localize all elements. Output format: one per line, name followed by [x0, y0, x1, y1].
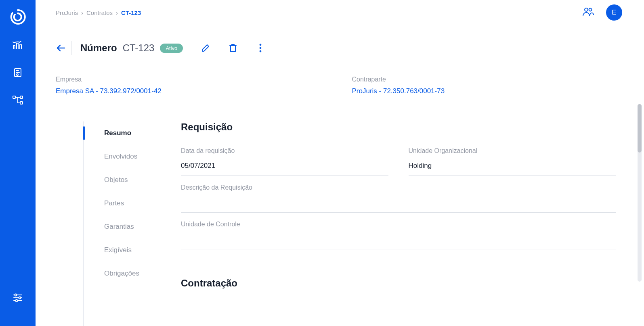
- page-title-value: CT-123: [123, 42, 155, 54]
- breadcrumb-contracts[interactable]: Contratos: [86, 9, 113, 16]
- svg-point-11: [260, 47, 262, 49]
- tab-exigiveis[interactable]: Exigíveis: [36, 238, 181, 262]
- svg-rect-2: [13, 96, 15, 98]
- svg-rect-4: [20, 102, 23, 104]
- scrollbar-thumb[interactable]: [638, 104, 642, 153]
- people-icon[interactable]: [582, 6, 595, 19]
- svg-rect-3: [20, 96, 23, 98]
- status-badge: Ativo: [160, 44, 183, 53]
- field-label-descricao: Descrição da Requisição: [181, 184, 616, 191]
- counterparty-link[interactable]: ProJuris - 72.350.763/0001-73: [352, 87, 624, 95]
- chevron-right-icon: ›: [81, 9, 83, 16]
- company-label: Empresa: [56, 76, 328, 83]
- chevron-right-icon: ›: [116, 9, 118, 16]
- tab-envolvidos[interactable]: Envolvidos: [36, 145, 181, 168]
- trash-icon[interactable]: [227, 42, 239, 54]
- page-title-label: Número: [80, 42, 117, 54]
- field-label-data-requisicao: Data da requisição: [181, 147, 388, 155]
- svg-point-7: [16, 300, 18, 302]
- app-logo[interactable]: [8, 7, 27, 27]
- svg-point-8: [585, 8, 588, 11]
- field-label-unidade-controle: Unidade de Controle: [181, 221, 616, 228]
- breadcrumb-root[interactable]: ProJuris: [56, 9, 78, 16]
- tab-resumo[interactable]: Resumo: [36, 121, 181, 145]
- field-value-descricao: [181, 199, 616, 213]
- breadcrumb-current: CT-123: [121, 9, 141, 16]
- nav-workflow-icon[interactable]: [8, 92, 27, 108]
- section-requisicao-title: Requisição: [181, 121, 616, 133]
- tab-garantias[interactable]: Garantias: [36, 215, 181, 238]
- company-link[interactable]: Empresa SA - 73.392.972/0001-42: [56, 87, 328, 95]
- svg-point-9: [589, 8, 592, 11]
- back-arrow-icon[interactable]: [56, 41, 71, 55]
- more-vertical-icon[interactable]: [255, 42, 266, 54]
- section-contratacao-title: Contratação: [181, 278, 616, 289]
- field-value-unidade-org: Holding: [409, 162, 616, 176]
- nav-document-icon[interactable]: [8, 65, 27, 81]
- tab-partes[interactable]: Partes: [36, 192, 181, 215]
- field-value-unidade-controle: [181, 235, 616, 249]
- tab-objetos[interactable]: Objetos: [36, 168, 181, 192]
- svg-point-10: [260, 44, 262, 46]
- svg-point-6: [19, 297, 21, 299]
- avatar[interactable]: E: [606, 4, 622, 21]
- tab-obrigacoes[interactable]: Obrigações: [36, 262, 181, 285]
- svg-point-1: [17, 74, 18, 75]
- svg-point-12: [260, 50, 262, 52]
- field-label-unidade-org: Unidade Organizacional: [409, 147, 616, 155]
- edit-icon[interactable]: [200, 42, 211, 54]
- svg-point-5: [15, 294, 17, 296]
- nav-dashboard-icon[interactable]: [8, 37, 27, 53]
- field-value-data-requisicao: 05/07/2021: [181, 162, 388, 176]
- nav-settings-icon[interactable]: [8, 290, 27, 306]
- breadcrumb: ProJuris › Contratos › CT-123: [56, 9, 141, 16]
- counterparty-label: Contraparte: [352, 76, 624, 83]
